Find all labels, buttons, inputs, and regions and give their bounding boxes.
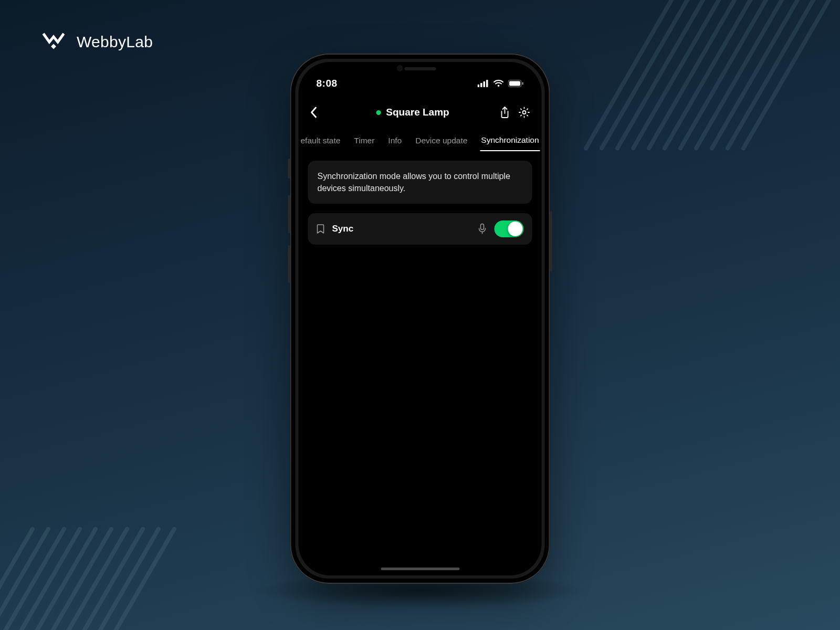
sync-description-card: Synchronization mode allows you to contr… xyxy=(308,161,532,204)
notch xyxy=(375,62,465,80)
tab-default-state[interactable]: efault state xyxy=(300,131,342,151)
sync-toggle[interactable] xyxy=(495,220,524,237)
home-indicator[interactable] xyxy=(381,568,459,570)
navbar-title-wrap: Square Lamp xyxy=(326,107,500,118)
decor-stripes-bottom xyxy=(0,514,205,630)
svg-rect-6 xyxy=(509,81,520,86)
battery-icon xyxy=(508,80,524,87)
svg-rect-7 xyxy=(522,82,523,85)
device-status-dot xyxy=(376,110,381,115)
brand-name-a: Webby xyxy=(77,33,126,50)
tab-synchronization[interactable]: Synchronization xyxy=(480,130,540,151)
tab-device-update[interactable]: Device update xyxy=(414,131,468,151)
svg-rect-4 xyxy=(486,80,488,87)
sync-label: Sync xyxy=(332,224,470,234)
back-button[interactable] xyxy=(310,107,326,118)
microphone-icon[interactable] xyxy=(478,223,487,235)
phone-screen: 8:08 xyxy=(299,62,542,575)
device-title: Square Lamp xyxy=(386,107,449,118)
brand-name: WebbyLab xyxy=(77,33,153,51)
brand-name-b: Lab xyxy=(126,33,153,50)
brand-mark-icon xyxy=(42,33,69,51)
sync-description-text: Synchronization mode allows you to contr… xyxy=(318,172,510,193)
brand-logo: WebbyLab xyxy=(42,33,153,51)
svg-rect-0 xyxy=(51,44,56,49)
wifi-icon xyxy=(494,80,504,87)
decor-stripes-top xyxy=(630,0,840,121)
status-time: 8:08 xyxy=(317,78,338,89)
navbar: Square Lamp xyxy=(299,100,542,125)
settings-icon[interactable] xyxy=(519,107,530,118)
sync-row: Sync xyxy=(308,213,532,245)
svg-rect-2 xyxy=(480,83,482,87)
bookmark-icon[interactable] xyxy=(317,224,325,234)
svg-rect-1 xyxy=(478,85,480,87)
cellular-icon xyxy=(478,80,489,87)
svg-point-8 xyxy=(523,111,526,114)
svg-rect-3 xyxy=(484,81,486,87)
tabs: efault state Timer Info Device update Sy… xyxy=(299,129,542,152)
tab-timer[interactable]: Timer xyxy=(353,131,375,151)
share-icon[interactable] xyxy=(500,107,510,118)
phone-frame: 8:08 xyxy=(290,54,550,584)
tab-info[interactable]: Info xyxy=(387,131,403,151)
svg-rect-9 xyxy=(481,224,484,230)
content-area: Synchronization mode allows you to contr… xyxy=(308,161,532,245)
